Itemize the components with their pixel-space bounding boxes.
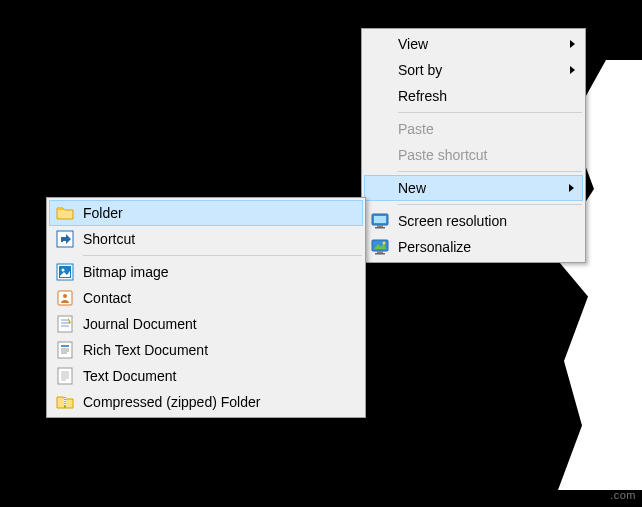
menu-label: Contact [83, 290, 131, 306]
desktop-context-menu: View Sort by Refresh Paste Paste shortcu… [361, 28, 586, 263]
menu-label: Paste shortcut [398, 147, 488, 163]
menu-separator [398, 204, 582, 205]
personalize-icon [368, 237, 392, 257]
menu-separator [398, 171, 582, 172]
submenu-item-zip[interactable]: Compressed (zipped) Folder [49, 389, 363, 415]
menu-label: Personalize [398, 239, 471, 255]
svg-rect-6 [377, 251, 383, 253]
submenu-arrow-icon [570, 66, 575, 74]
journal-icon [53, 314, 77, 334]
new-submenu: Folder Shortcut Bitmap image Contact Jou… [46, 197, 366, 418]
svg-rect-32 [64, 402, 66, 403]
menu-item-new[interactable]: New [364, 175, 583, 201]
submenu-item-shortcut[interactable]: Shortcut [49, 226, 363, 252]
menu-separator [83, 255, 362, 256]
menu-label: Screen resolution [398, 213, 507, 229]
spacer-icon [368, 60, 392, 80]
submenu-arrow-icon [569, 184, 574, 192]
spacer-icon [368, 145, 392, 165]
menu-item-sortby[interactable]: Sort by [364, 57, 583, 83]
svg-rect-3 [375, 227, 385, 229]
menu-item-paste-shortcut: Paste shortcut [364, 142, 583, 168]
image-icon [53, 262, 77, 282]
spacer-icon [368, 178, 392, 198]
submenu-item-contact[interactable]: Contact [49, 285, 363, 311]
menu-label: Bitmap image [83, 264, 169, 280]
menu-label: Refresh [398, 88, 447, 104]
svg-rect-2 [377, 225, 383, 227]
menu-item-screen-resolution[interactable]: Screen resolution [364, 208, 583, 234]
spacer-icon [368, 119, 392, 139]
spacer-icon [368, 86, 392, 106]
zip-folder-icon [53, 392, 77, 412]
menu-label: Text Document [83, 368, 176, 384]
svg-point-13 [63, 294, 67, 298]
folder-icon [53, 203, 77, 223]
svg-rect-4 [372, 240, 388, 251]
submenu-item-rtf[interactable]: Rich Text Document [49, 337, 363, 363]
menu-label: Paste [398, 121, 434, 137]
submenu-item-bitmap[interactable]: Bitmap image [49, 259, 363, 285]
menu-label: View [398, 36, 428, 52]
contact-icon [53, 288, 77, 308]
menu-item-refresh[interactable]: Refresh [364, 83, 583, 109]
submenu-arrow-icon [570, 40, 575, 48]
svg-rect-14 [58, 316, 72, 332]
document-icon [53, 340, 77, 360]
menu-label: Shortcut [83, 231, 135, 247]
monitor-icon [368, 211, 392, 231]
svg-point-11 [62, 269, 65, 272]
menu-label: New [398, 180, 426, 196]
spacer-icon [368, 34, 392, 54]
submenu-item-journal[interactable]: Journal Document [49, 311, 363, 337]
menu-label: Rich Text Document [83, 342, 208, 358]
svg-rect-1 [374, 216, 386, 223]
watermark: .com [610, 489, 636, 501]
menu-label: Folder [83, 205, 123, 221]
shortcut-icon [53, 229, 77, 249]
svg-rect-31 [64, 400, 66, 401]
menu-separator [398, 112, 582, 113]
menu-label: Journal Document [83, 316, 197, 332]
menu-label: Compressed (zipped) Folder [83, 394, 260, 410]
menu-item-view[interactable]: View [364, 31, 583, 57]
submenu-item-text[interactable]: Text Document [49, 363, 363, 389]
text-document-icon [53, 366, 77, 386]
svg-rect-30 [64, 398, 66, 399]
menu-item-paste: Paste [364, 116, 583, 142]
svg-rect-18 [58, 342, 72, 358]
submenu-item-folder[interactable]: Folder [49, 200, 363, 226]
menu-item-personalize[interactable]: Personalize [364, 234, 583, 260]
svg-point-5 [383, 242, 386, 245]
svg-rect-7 [375, 253, 385, 255]
svg-rect-33 [64, 404, 66, 405]
menu-label: Sort by [398, 62, 442, 78]
